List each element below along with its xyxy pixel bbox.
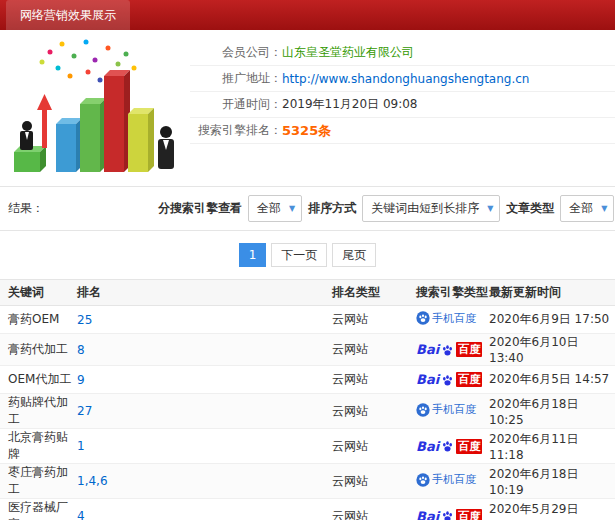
header-rank-type: 排名类型 xyxy=(332,280,416,306)
baidu-paw-icon xyxy=(441,373,454,387)
chevron-down-icon: ▼ xyxy=(601,204,607,213)
mobile-baidu-label: 手机百度 xyxy=(432,311,476,326)
company-info-section: 会员公司： 山东皇圣堂药业有限公司 推广地址： http://www.shand… xyxy=(0,30,615,186)
rank-link[interactable]: 1 xyxy=(77,439,85,453)
table-row: 医疗器械厂家4云网站Bai百度2020年5月29日 10:32 xyxy=(0,499,615,520)
baidu-paw-icon xyxy=(441,439,454,453)
member-company-row: 会员公司： 山东皇圣堂药业有限公司 xyxy=(190,40,615,66)
rank-cell: 25 xyxy=(77,306,332,334)
keyword-cell: 膏药OEM xyxy=(0,306,77,334)
search-engine-cell: Bai百度 xyxy=(416,366,489,394)
result-label: 结果： xyxy=(8,200,158,217)
rank-link[interactable]: 25 xyxy=(77,313,92,327)
search-engine-cell: 手机百度 xyxy=(416,306,489,334)
baidu-cn-text: 百度 xyxy=(456,372,482,387)
baidu-cn-text: 百度 xyxy=(456,509,482,520)
keyword-cell: OEM代加工 xyxy=(0,366,77,394)
sort-filter-label: 排序方式 xyxy=(308,200,356,217)
updated-time-cell: 2020年6月18日 10:19 xyxy=(489,464,615,499)
baidu-paw-icon xyxy=(441,343,454,357)
rank-cell: 27 xyxy=(77,394,332,429)
baidu-latin-text: Bai xyxy=(416,439,439,454)
updated-time-cell: 2020年6月9日 17:50 xyxy=(489,306,615,334)
marketing-illustration xyxy=(0,34,190,184)
search-engine-cell: Bai百度 xyxy=(416,499,489,520)
filter-controls: 分搜索引擎查看 全部 ▼ 排序方式 关键词由短到长排序 ▼ 文章类型 全部 ▼ … xyxy=(158,194,615,223)
mobile-baidu-logo: 手机百度 xyxy=(416,311,476,326)
keyword-cell: 北京膏药贴牌 xyxy=(0,429,77,464)
rank-link[interactable]: 27 xyxy=(77,404,92,418)
article-type-value: 全部 xyxy=(569,200,593,217)
rank-count-row: 搜索引擎排名： 5325条 xyxy=(190,118,615,144)
search-engine-cell: 手机百度 xyxy=(416,464,489,499)
table-row: 北京膏药贴牌1云网站Bai百度2020年6月11日 11:18 xyxy=(0,429,615,464)
filter-bar: 结果： 分搜索引擎查看 全部 ▼ 排序方式 关键词由短到长排序 ▼ 文章类型 全… xyxy=(0,186,615,231)
bar-chart-graphic xyxy=(0,34,190,184)
member-company-link[interactable]: 山东皇圣堂药业有限公司 xyxy=(282,44,414,61)
rank-count-value: 5325条 xyxy=(282,122,331,140)
table-row: 枣庄膏药加工1,4,6云网站手机百度2020年6月18日 10:19 xyxy=(0,464,615,499)
promo-url-row: 推广地址： http://www.shandonghuangshengtang.… xyxy=(190,66,615,92)
search-engine-cell: Bai百度 xyxy=(416,334,489,366)
header-updated-time: 最新更新时间 xyxy=(489,280,615,306)
baidu-cn-text: 百度 xyxy=(456,439,482,454)
updated-time-cell: 2020年5月29日 10:32 xyxy=(489,499,615,520)
table-row: 膏药代加工8云网站Bai百度2020年6月10日 13:40 xyxy=(0,334,615,366)
mobile-baidu-logo: 手机百度 xyxy=(416,402,476,417)
baidu-pc-logo: Bai百度 xyxy=(416,439,482,454)
page-button-1[interactable]: 1 xyxy=(239,243,267,267)
tab-marketing-display[interactable]: 网络营销效果展示 xyxy=(6,0,130,30)
company-info-rows: 会员公司： 山东皇圣堂药业有限公司 推广地址： http://www.shand… xyxy=(190,30,615,186)
member-company-label: 会员公司： xyxy=(190,44,282,61)
engine-filter-select[interactable]: 全部 ▼ xyxy=(248,195,302,222)
article-type-select[interactable]: 全部 ▼ xyxy=(560,195,614,222)
sort-filter-value: 关键词由短到长排序 xyxy=(371,200,479,217)
rank-link[interactable]: 9 xyxy=(77,373,85,387)
rank-type-cell: 云网站 xyxy=(332,429,416,464)
chevron-down-icon: ▼ xyxy=(289,204,295,213)
baidu-latin-text: Bai xyxy=(416,372,439,387)
rank-cell: 1 xyxy=(77,429,332,464)
rank-cell: 1,4,6 xyxy=(77,464,332,499)
engine-filter-value: 全部 xyxy=(257,200,281,217)
keyword-cell: 药贴牌代加工 xyxy=(0,394,77,429)
pagination: 1 下一页 尾页 xyxy=(0,231,615,279)
keyword-cell: 医疗器械厂家 xyxy=(0,499,77,520)
chevron-down-icon: ▼ xyxy=(487,204,493,213)
baidu-latin-text: Bai xyxy=(416,342,439,357)
rank-cell: 8 xyxy=(77,334,332,366)
rank-link[interactable]: 4 xyxy=(77,509,85,520)
search-engine-cell: 手机百度 xyxy=(416,394,489,429)
engine-filter-label: 分搜索引擎查看 xyxy=(158,200,242,217)
rank-type-cell: 云网站 xyxy=(332,394,416,429)
promo-url-link[interactable]: http://www.shandonghuangshengtang.cn xyxy=(282,72,529,86)
rank-type-cell: 云网站 xyxy=(332,366,416,394)
table-header-row: 关键词 排名 排名类型 搜索引擎类型 最新更新时间 xyxy=(0,280,615,306)
last-page-button[interactable]: 尾页 xyxy=(332,243,376,267)
table-row: 药贴牌代加工27云网站手机百度2020年6月18日 10:25 xyxy=(0,394,615,429)
sort-filter-select[interactable]: 关键词由短到长排序 ▼ xyxy=(362,195,500,222)
updated-time-cell: 2020年6月5日 14:57 xyxy=(489,366,615,394)
baidu-pc-logo: Bai百度 xyxy=(416,509,482,520)
next-page-button[interactable]: 下一页 xyxy=(271,243,327,267)
table-row: OEM代加工9云网站Bai百度2020年6月5日 14:57 xyxy=(0,366,615,394)
rank-link[interactable]: 1,4,6 xyxy=(77,474,108,488)
keyword-cell: 枣庄膏药加工 xyxy=(0,464,77,499)
rank-type-cell: 云网站 xyxy=(332,334,416,366)
top-bar: 网络营销效果展示 xyxy=(0,0,615,30)
mobile-baidu-label: 手机百度 xyxy=(432,472,476,487)
mobile-baidu-icon xyxy=(416,311,430,325)
mobile-baidu-icon xyxy=(416,473,430,487)
rank-link[interactable]: 8 xyxy=(77,343,85,357)
results-table: 关键词 排名 排名类型 搜索引擎类型 最新更新时间 膏药OEM25云网站手机百度… xyxy=(0,279,615,520)
rank-count-label: 搜索引擎排名： xyxy=(190,122,282,139)
baidu-paw-icon xyxy=(441,509,454,520)
article-type-label: 文章类型 xyxy=(506,200,554,217)
mobile-baidu-label: 手机百度 xyxy=(432,402,476,417)
updated-time-cell: 2020年6月11日 11:18 xyxy=(489,429,615,464)
baidu-pc-logo: Bai百度 xyxy=(416,372,482,387)
search-engine-cell: Bai百度 xyxy=(416,429,489,464)
rank-cell: 4 xyxy=(77,499,332,520)
mobile-baidu-logo: 手机百度 xyxy=(416,472,476,487)
results-table-body: 膏药OEM25云网站手机百度2020年6月9日 17:50膏药代加工8云网站Ba… xyxy=(0,306,615,520)
